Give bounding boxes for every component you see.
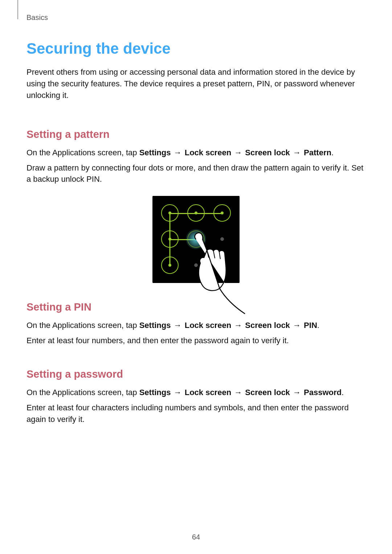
nav-prefix: On the Applications screen, tap — [26, 148, 139, 157]
nav-path-password: On the Applications screen, tap Settings… — [26, 387, 366, 398]
pattern-dot — [161, 257, 179, 274]
pattern-dot — [213, 204, 231, 222]
arrow-icon: → — [233, 321, 243, 330]
body-text-pattern: Draw a pattern by connecting four dots o… — [26, 162, 366, 185]
arrow-icon: → — [292, 148, 302, 157]
page-title: Securing the device — [26, 40, 366, 57]
heading-password: Setting a password — [26, 368, 366, 380]
nav-step-screenlock: Screen lock — [245, 321, 290, 330]
page-number: 64 — [0, 533, 392, 541]
arrow-icon: → — [292, 321, 302, 330]
nav-step-screenlock: Screen lock — [245, 148, 290, 157]
nav-step-lockscreen: Lock screen — [185, 388, 231, 397]
body-text-pin: Enter at least four numbers, and then en… — [26, 335, 366, 346]
intro-text: Prevent others from using or accessing p… — [26, 66, 366, 101]
nav-prefix: On the Applications screen, tap — [26, 321, 139, 330]
nav-step-pin: PIN — [304, 321, 317, 330]
arrow-icon: → — [233, 388, 243, 397]
arrow-icon: → — [173, 148, 183, 157]
pattern-illustration — [152, 196, 240, 283]
pattern-dot-inactive — [194, 263, 198, 267]
arrow-icon: → — [292, 388, 302, 397]
nav-path-pin: On the Applications screen, tap Settings… — [26, 320, 366, 331]
nav-prefix: On the Applications screen, tap — [26, 388, 139, 397]
nav-step-pattern: Pattern — [304, 148, 331, 157]
pattern-dot — [161, 230, 179, 248]
pattern-dot — [187, 204, 205, 222]
page-content: Securing the device Prevent others from … — [26, 36, 366, 429]
nav-path-pattern: On the Applications screen, tap Settings… — [26, 147, 366, 159]
arrow-icon: → — [173, 388, 183, 397]
body-text-password: Enter at least four characters including… — [26, 402, 366, 425]
nav-step-settings: Settings — [139, 321, 171, 330]
nav-period: . — [317, 321, 319, 330]
arrow-icon: → — [233, 148, 243, 157]
nav-step-lockscreen: Lock screen — [185, 148, 231, 157]
nav-step-password: Password — [304, 388, 342, 397]
pattern-dot-inactive — [220, 237, 224, 241]
pattern-dot-inactive — [220, 263, 224, 267]
pattern-illustration-wrap — [26, 196, 366, 283]
nav-step-settings: Settings — [139, 148, 171, 157]
nav-period: . — [331, 148, 334, 157]
heading-pin: Setting a PIN — [26, 301, 366, 313]
pattern-screen — [152, 196, 240, 283]
header-rule — [17, 0, 18, 19]
pattern-dot — [187, 230, 205, 248]
heading-pattern: Setting a pattern — [26, 128, 366, 140]
breadcrumb: Basics — [26, 13, 48, 22]
nav-period: . — [342, 388, 344, 397]
pattern-dot — [161, 204, 179, 222]
nav-step-screenlock: Screen lock — [245, 388, 290, 397]
nav-step-settings: Settings — [139, 388, 171, 397]
arrow-icon: → — [173, 321, 183, 330]
nav-step-lockscreen: Lock screen — [185, 321, 231, 330]
